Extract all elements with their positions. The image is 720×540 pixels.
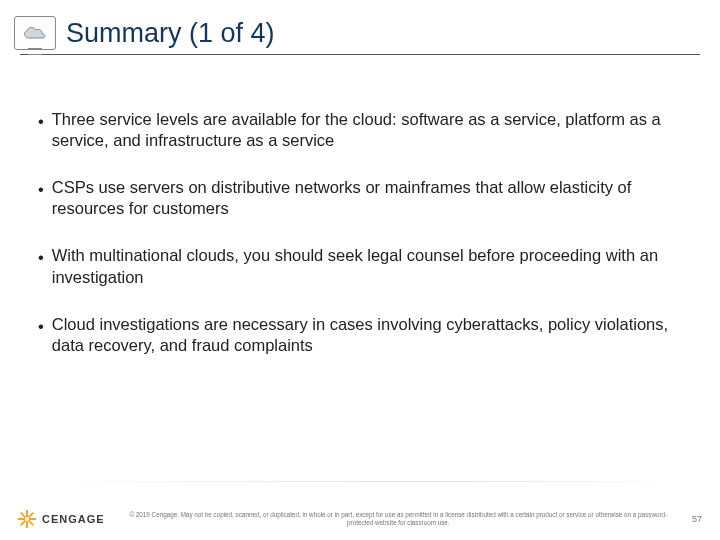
- bullet-dot-icon: •: [38, 177, 44, 219]
- bullet-dot-icon: •: [38, 314, 44, 356]
- bullet-text: Cloud investigations are necessary in ca…: [52, 314, 682, 356]
- bullet-text: Three service levels are available for t…: [52, 109, 682, 151]
- copyright-text: © 2019 Cengage. May not be copied, scann…: [119, 511, 678, 526]
- slide-title: Summary (1 of 4): [66, 18, 275, 49]
- cloud-icon: [21, 24, 49, 42]
- slide: Summary (1 of 4) • Three service levels …: [0, 0, 720, 540]
- bullet-item: • With multinational clouds, you should …: [38, 245, 682, 287]
- bullet-item: • Three service levels are available for…: [38, 109, 682, 151]
- sunburst-icon: [18, 510, 36, 528]
- footer-divider: [30, 481, 690, 482]
- brand-logo: CENGAGE: [18, 510, 105, 528]
- bullet-dot-icon: •: [38, 109, 44, 151]
- bullet-item: • CSPs use servers on distributive netwo…: [38, 177, 682, 219]
- cloud-monitor-icon: [14, 16, 56, 50]
- page-number: 57: [692, 514, 702, 524]
- bullet-text: CSPs use servers on distributive network…: [52, 177, 682, 219]
- brand-name: CENGAGE: [42, 513, 105, 525]
- slide-footer: CENGAGE © 2019 Cengage. May not be copie…: [0, 510, 720, 528]
- bullet-text: With multinational clouds, you should se…: [52, 245, 682, 287]
- slide-body: • Three service levels are available for…: [28, 55, 692, 356]
- bullet-item: • Cloud investigations are necessary in …: [38, 314, 682, 356]
- bullet-dot-icon: •: [38, 245, 44, 287]
- slide-header: Summary (1 of 4): [14, 16, 692, 50]
